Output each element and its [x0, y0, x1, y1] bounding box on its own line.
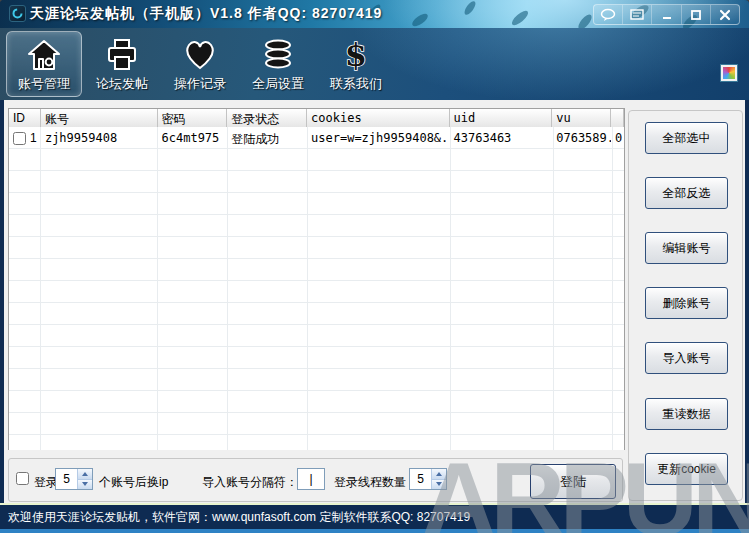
spinner-up-icon[interactable]: [78, 469, 92, 479]
main-toolbar: 账号管理 论坛发帖 操作记录 全局设置: [0, 28, 749, 100]
svg-text:$: $: [345, 38, 367, 72]
toolbar-item-contact-us[interactable]: $ 联系我们: [318, 31, 394, 97]
skin-palette-icon[interactable]: [721, 65, 737, 81]
maximize-button[interactable]: [682, 5, 711, 24]
grid-line: [227, 127, 228, 450]
reload-data-button[interactable]: 重读数据: [645, 398, 728, 430]
toolbar-item-forum-post[interactable]: 论坛发帖: [84, 31, 160, 97]
minimize-button[interactable]: [652, 5, 681, 24]
col-header-id[interactable]: ID: [9, 109, 41, 127]
spinner-down-icon[interactable]: [78, 479, 92, 490]
account-table: ID 账号 密码 登录状态 cookies uid vu 1 zjh995: [8, 108, 625, 450]
message-board-icon[interactable]: [623, 5, 652, 24]
grid-line: [450, 127, 451, 450]
row-cookies: user=w=zjh9959408&...: [307, 127, 450, 149]
chat-icon[interactable]: [594, 5, 623, 24]
delete-account-button[interactable]: 删除账号: [645, 287, 728, 319]
toolbar-item-label: 全局设置: [252, 75, 304, 93]
database-icon: [260, 36, 296, 74]
window-controls: [593, 4, 740, 25]
ip-switch-count-stepper: [55, 468, 93, 490]
login-button[interactable]: 登陆: [530, 464, 616, 499]
row-password: 6c4mt975: [158, 127, 228, 149]
heart-icon: [182, 36, 218, 74]
select-all-button[interactable]: 全部选中: [645, 122, 728, 154]
toolbar-item-operation-log[interactable]: 操作记录: [162, 31, 238, 97]
status-bar: 欢迎使用天涯论坛发贴机，软件官网：www.qunfasoft.com 定制软件联…: [0, 505, 749, 529]
toolbar-item-label: 论坛发帖: [96, 75, 148, 93]
window-title: 天涯论坛发帖机（手机版）V1.8 作者QQ: 82707419: [30, 5, 382, 23]
grid-line: [40, 127, 41, 450]
grid-line: [307, 127, 308, 450]
row-account: zjh9959408: [41, 127, 158, 149]
update-cookie-button[interactable]: 更新cookie: [645, 453, 728, 485]
row-vu: 0763589...: [552, 127, 611, 149]
window-bottom-border: [0, 529, 749, 533]
close-button[interactable]: [711, 5, 739, 24]
app-window: 天涯论坛发帖机（手机版）V1.8 作者QQ: 82707419: [0, 0, 749, 533]
toolbar-item-global-settings[interactable]: 全局设置: [240, 31, 316, 97]
col-header-password[interactable]: 密码: [158, 109, 228, 127]
status-text: 欢迎使用天涯论坛发贴机，软件官网：www.qunfasoft.com 定制软件联…: [8, 510, 470, 524]
row-id: 1: [30, 131, 37, 145]
house-icon: [26, 36, 62, 74]
invert-select-button[interactable]: 全部反选: [645, 177, 728, 209]
edit-account-button[interactable]: 编辑账号: [645, 232, 728, 264]
col-header-uid[interactable]: uid: [450, 109, 553, 127]
sidebar-button-group: 全部选中 全部反选 编辑账号 删除账号 导入账号 重读数据 更新cookie: [628, 110, 743, 501]
toolbar-item-label: 操作记录: [174, 75, 226, 93]
table-header: ID 账号 密码 登录状态 cookies uid vu: [9, 109, 624, 127]
spinner-down-icon[interactable]: [432, 479, 446, 490]
row-extra: 0.: [611, 127, 624, 149]
thread-count-label: 登录线程数量: [334, 474, 406, 491]
separator-input[interactable]: [297, 468, 325, 490]
thread-count-stepper: [409, 468, 447, 490]
grid-line: [612, 127, 613, 450]
spinner-up-icon[interactable]: [432, 469, 446, 479]
row-checkbox[interactable]: [13, 132, 26, 145]
toolbar-item-label: 账号管理: [18, 75, 70, 93]
table-row[interactable]: 1 zjh9959408 6c4mt975 登陆成功 user=w=zjh995…: [9, 127, 624, 149]
grid-line: [157, 127, 158, 450]
col-header-extra[interactable]: [611, 109, 624, 127]
ip-switch-suffix-label: 个账号后换ip: [99, 474, 168, 491]
bottom-control-group: 登录 个账号后换ip 导入账号分隔符： 登录线程数量 登陆: [8, 458, 623, 502]
ip-switch-count-input[interactable]: [56, 469, 77, 489]
col-header-vu[interactable]: vu: [552, 109, 611, 127]
toolbar-item-account-manage[interactable]: 账号管理: [6, 31, 82, 97]
login-checkbox[interactable]: [16, 472, 29, 485]
row-login-status: 登陆成功: [227, 127, 307, 149]
import-account-button[interactable]: 导入账号: [645, 342, 728, 374]
dollar-icon: $: [338, 36, 374, 74]
col-header-status[interactable]: 登录状态: [227, 109, 307, 127]
toolbar-item-label: 联系我们: [330, 75, 382, 93]
separator-label: 导入账号分隔符：: [202, 474, 298, 491]
printer-icon: [104, 36, 140, 74]
main-panel: ID 账号 密码 登录状态 cookies uid vu 1 zjh995: [4, 100, 745, 503]
col-header-cookies[interactable]: cookies: [307, 109, 450, 127]
title-bar: 天涯论坛发帖机（手机版）V1.8 作者QQ: 82707419: [0, 0, 749, 28]
col-header-account[interactable]: 账号: [41, 109, 158, 127]
app-icon: [9, 5, 26, 22]
row-uid: 43763463: [450, 127, 553, 149]
row-id-cell: 1: [9, 127, 41, 149]
thread-count-input[interactable]: [410, 469, 431, 489]
table-body: 1 zjh9959408 6c4mt975 登陆成功 user=w=zjh995…: [9, 127, 624, 450]
grid-line: [553, 127, 554, 450]
